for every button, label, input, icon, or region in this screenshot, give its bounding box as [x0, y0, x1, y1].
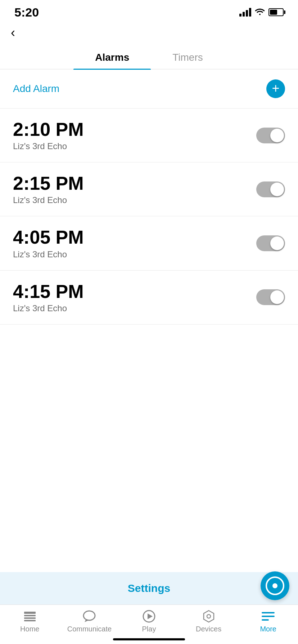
alarm-device: Liz's 3rd Echo: [13, 195, 84, 205]
alarm-toggle-0[interactable]: [256, 128, 285, 143]
alarm-info: 2:15 PM Liz's 3rd Echo: [13, 173, 84, 205]
alarm-item: 2:15 PM Liz's 3rd Echo: [0, 162, 298, 216]
play-icon: [142, 610, 156, 623]
alarm-time: 4:15 PM: [13, 281, 84, 302]
tabs-container: Alarms Timers: [0, 47, 298, 69]
nav-item-play[interactable]: Play: [119, 610, 179, 633]
wifi-icon: [255, 7, 265, 17]
alarm-item: 2:10 PM Liz's 3rd Echo: [0, 109, 298, 162]
nav-item-home[interactable]: Home: [0, 610, 60, 633]
alarm-device: Liz's 3rd Echo: [13, 303, 84, 313]
nav-label-devices: Devices: [196, 625, 221, 633]
alarm-toggle-2[interactable]: [256, 235, 285, 251]
svg-rect-3: [24, 620, 36, 621]
alarm-info: 2:10 PM Liz's 3rd Echo: [13, 119, 84, 151]
alarm-time: 2:10 PM: [13, 119, 84, 140]
nav-label-more: More: [260, 625, 276, 633]
alarm-device: Liz's 3rd Echo: [13, 249, 84, 259]
nav-item-devices[interactable]: Devices: [179, 610, 239, 633]
battery-icon: [268, 8, 284, 16]
nav-item-more[interactable]: More: [238, 610, 298, 633]
toggle-knob: [270, 236, 284, 250]
toggle-knob: [270, 290, 284, 304]
svg-point-7: [207, 615, 211, 618]
svg-point-4: [83, 611, 95, 620]
signal-icon: [239, 8, 251, 17]
alarms-list: 2:10 PM Liz's 3rd Echo 2:15 PM Liz's 3rd…: [0, 109, 298, 325]
alarm-info: 4:15 PM Liz's 3rd Echo: [13, 281, 84, 313]
alarm-time: 2:15 PM: [13, 173, 84, 194]
toggle-knob: [270, 183, 284, 196]
tab-alarms[interactable]: Alarms: [73, 47, 151, 69]
nav-label-home: Home: [20, 625, 39, 633]
home-icon: [23, 610, 37, 623]
settings-label: Settings: [128, 582, 170, 594]
alarm-toggle-1[interactable]: [256, 181, 285, 197]
add-alarm-button[interactable]: +: [266, 79, 285, 98]
more-icon: [261, 610, 275, 623]
alarm-item: 4:05 PM Liz's 3rd Echo: [0, 216, 298, 270]
alexa-dot-icon: [272, 583, 277, 588]
communicate-icon: [82, 610, 96, 623]
back-button[interactable]: ‹: [0, 22, 298, 44]
settings-bar[interactable]: Settings: [0, 572, 298, 604]
devices-icon: [202, 610, 216, 623]
nav-label-communicate: Communicate: [67, 625, 112, 633]
nav-item-communicate[interactable]: Communicate: [60, 610, 119, 633]
status-icons: [239, 7, 284, 17]
svg-rect-2: [24, 617, 36, 619]
back-chevron-icon: ‹: [11, 25, 15, 40]
status-bar: 5:20: [0, 0, 298, 22]
alarm-device: Liz's 3rd Echo: [13, 141, 84, 151]
tab-timers[interactable]: Timers: [151, 47, 225, 69]
nav-label-play: Play: [142, 625, 156, 633]
plus-icon: +: [272, 82, 279, 95]
alarm-info: 4:05 PM Liz's 3rd Echo: [13, 227, 84, 259]
add-alarm-link[interactable]: Add Alarm: [13, 83, 59, 95]
alexa-fab-button[interactable]: [261, 571, 289, 600]
alexa-ring-icon: [266, 576, 284, 595]
svg-rect-0: [24, 612, 36, 614]
alarm-item: 4:15 PM Liz's 3rd Echo: [0, 271, 298, 325]
svg-rect-1: [24, 615, 36, 616]
svg-marker-6: [148, 613, 153, 619]
home-indicator: [113, 638, 185, 640]
status-time: 5:20: [14, 5, 39, 19]
alarm-toggle-3[interactable]: [256, 289, 285, 305]
alarm-time: 4:05 PM: [13, 227, 84, 248]
add-alarm-row: Add Alarm +: [0, 69, 298, 109]
toggle-knob: [270, 129, 284, 142]
